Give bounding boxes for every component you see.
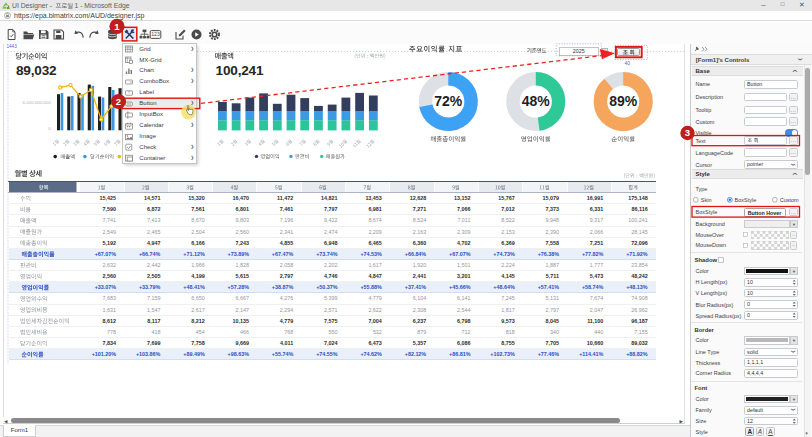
svg-text:3: 3 — [685, 127, 690, 138]
svg-text:1: 1 — [114, 21, 120, 32]
svg-text:2: 2 — [116, 96, 121, 107]
